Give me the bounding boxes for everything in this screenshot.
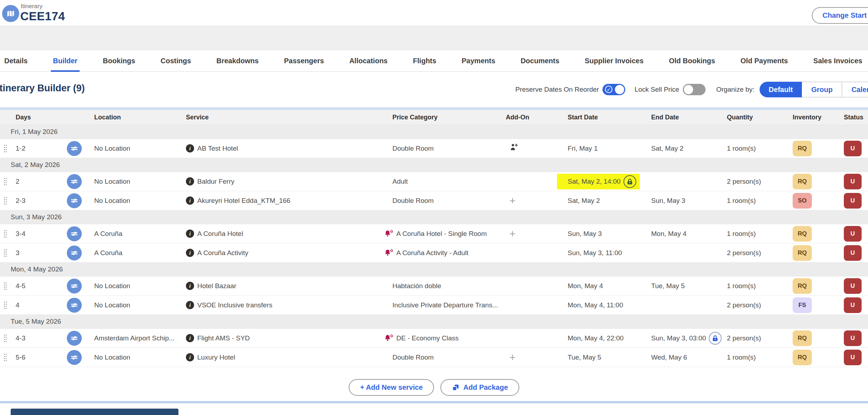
- inventory-badge[interactable]: RQ: [793, 245, 812, 261]
- row-drag-handle[interactable]: [0, 177, 11, 186]
- service-row[interactable]: 3A CoruñaiA Coruña ActivityA Coruña Acti…: [0, 243, 868, 263]
- add-addon-plus-icon[interactable]: +: [509, 228, 516, 239]
- tab-documents[interactable]: Documents: [521, 50, 559, 72]
- lock-sell-price-toggle[interactable]: [683, 84, 706, 95]
- organize-option-calendar[interactable]: Calendar: [842, 82, 868, 97]
- add-package-button[interactable]: Add Package: [440, 379, 519, 396]
- lock-icon[interactable]: [709, 332, 722, 345]
- status-badge[interactable]: U: [844, 226, 862, 242]
- info-icon[interactable]: i: [186, 230, 194, 238]
- service-row[interactable]: 4-3Amsterdam Airport Schip...iFlight AMS…: [0, 329, 868, 348]
- sliders-icon[interactable]: [67, 193, 82, 208]
- info-icon[interactable]: i: [186, 282, 194, 290]
- quantity-cell[interactable]: 2 person(s): [723, 249, 789, 257]
- quantity-cell[interactable]: 1 room(s): [723, 354, 789, 361]
- sliders-icon[interactable]: [67, 331, 82, 346]
- info-icon[interactable]: i: [186, 144, 194, 152]
- tab-builder[interactable]: Builder: [53, 50, 77, 72]
- sliders-icon[interactable]: [67, 350, 82, 365]
- service-row[interactable]: 1-2No LocationiAB Test HotelDouble RoomF…: [0, 139, 868, 158]
- start-date-cell[interactable]: Tue, May 5: [563, 354, 647, 361]
- row-drag-handle[interactable]: [0, 229, 11, 238]
- tab-passengers[interactable]: Passengers: [284, 50, 324, 72]
- end-date-cell[interactable]: Sun, May 3, 03:00: [647, 332, 723, 345]
- info-icon[interactable]: i: [186, 353, 194, 361]
- status-badge[interactable]: U: [844, 245, 862, 261]
- quantity-cell[interactable]: 1 room(s): [723, 197, 789, 205]
- row-drag-handle[interactable]: [0, 248, 11, 258]
- tab-flights[interactable]: Flights: [413, 50, 436, 72]
- inventory-badge[interactable]: RQ: [793, 330, 812, 346]
- preserve-dates-toggle[interactable]: ✓: [602, 84, 625, 95]
- quantity-cell[interactable]: 1 room(s): [723, 230, 789, 238]
- row-drag-handle[interactable]: [0, 281, 11, 291]
- change-start-date-button[interactable]: Change Start Date: [812, 7, 868, 24]
- start-date-cell[interactable]: Mon, May 4, 22:00: [563, 334, 647, 342]
- tab-allocations[interactable]: Allocations: [349, 50, 388, 72]
- end-date-cell[interactable]: Tue, May 5: [647, 282, 723, 290]
- tab-supplier-invoices[interactable]: Supplier Invoices: [585, 50, 644, 72]
- inventory-badge[interactable]: RQ: [793, 350, 812, 365]
- start-date-cell[interactable]: Sat, May 2: [563, 197, 647, 205]
- quantity-cell[interactable]: 2 person(s): [723, 178, 789, 185]
- add-addon-plus-icon[interactable]: +: [509, 195, 516, 206]
- status-badge[interactable]: U: [844, 193, 862, 209]
- tab-breakdowns[interactable]: Breakdowns: [216, 50, 259, 72]
- end-date-cell[interactable]: Wed, May 6: [647, 354, 723, 361]
- organize-option-group[interactable]: Group: [802, 82, 842, 97]
- info-icon[interactable]: i: [186, 177, 194, 185]
- quantity-cell[interactable]: 2 person(s): [723, 334, 789, 342]
- quantity-cell[interactable]: 1 room(s): [723, 145, 789, 152]
- tab-details[interactable]: Details: [4, 50, 28, 72]
- sliders-icon[interactable]: [67, 279, 82, 293]
- status-badge[interactable]: U: [844, 330, 862, 346]
- sliders-icon[interactable]: [67, 174, 82, 189]
- info-icon[interactable]: i: [186, 196, 194, 205]
- end-date-cell[interactable]: Mon, May 4: [647, 230, 723, 238]
- tab-payments[interactable]: Payments: [462, 50, 495, 72]
- start-date-cell[interactable]: Mon, May 4: [563, 282, 647, 290]
- service-row[interactable]: 2No LocationiBaldur FerryAdultSat, May 2…: [0, 172, 868, 191]
- sliders-icon[interactable]: [67, 141, 82, 156]
- status-badge[interactable]: U: [844, 174, 862, 189]
- status-badge[interactable]: U: [844, 297, 862, 313]
- service-row[interactable]: 4-5No LocationiHotel BazaarHabtación dob…: [0, 276, 868, 296]
- tab-bookings[interactable]: Bookings: [103, 50, 135, 72]
- info-icon[interactable]: i: [186, 249, 194, 257]
- row-drag-handle[interactable]: [0, 144, 11, 153]
- info-icon[interactable]: i: [186, 301, 194, 309]
- quantity-cell[interactable]: 2 person(s): [723, 301, 789, 309]
- inventory-badge[interactable]: RQ: [793, 174, 812, 189]
- inventory-badge[interactable]: RQ: [793, 141, 812, 156]
- info-icon[interactable]: i: [186, 334, 194, 342]
- lock-icon[interactable]: [623, 175, 636, 188]
- inventory-badge[interactable]: RQ: [793, 278, 812, 294]
- start-date-cell[interactable]: Mon, May 4, 11:00: [563, 301, 647, 309]
- start-date-cell[interactable]: Sun, May 3: [563, 230, 647, 238]
- tab-costings[interactable]: Costings: [161, 50, 191, 72]
- status-badge[interactable]: U: [844, 278, 862, 294]
- add-new-service-button[interactable]: + Add New service: [349, 379, 434, 396]
- service-row[interactable]: 2-3No LocationiAkureyri Hotel Edda_KTM_1…: [0, 191, 868, 210]
- service-row[interactable]: 5-6No LocationiLuxury HotelDouble Room+T…: [0, 348, 868, 367]
- tab-old-bookings[interactable]: Old Bookings: [669, 50, 715, 72]
- row-drag-handle[interactable]: [0, 353, 11, 362]
- row-drag-handle[interactable]: [0, 196, 11, 205]
- person-plus-icon[interactable]: [509, 143, 519, 154]
- quantity-cell[interactable]: 1 room(s): [723, 282, 789, 290]
- start-date-cell[interactable]: Fri, May 1: [563, 145, 647, 152]
- start-date-cell[interactable]: Sat, May 2, 14:00: [563, 174, 647, 189]
- end-date-cell[interactable]: Sat, May 2: [647, 145, 723, 152]
- inventory-badge[interactable]: SO: [793, 193, 812, 209]
- status-badge[interactable]: U: [844, 141, 862, 156]
- start-date-cell[interactable]: Sun, May 3, 11:00: [563, 249, 647, 257]
- tab-old-payments[interactable]: Old Payments: [740, 50, 788, 72]
- end-date-cell[interactable]: Sun, May 3: [647, 197, 723, 205]
- sliders-icon[interactable]: [67, 246, 82, 260]
- sliders-icon[interactable]: [67, 298, 82, 313]
- add-addon-plus-icon[interactable]: +: [509, 352, 516, 363]
- row-drag-handle[interactable]: [0, 301, 11, 310]
- tab-sales-invoices[interactable]: Sales Invoices: [813, 50, 862, 72]
- row-drag-handle[interactable]: [0, 334, 11, 343]
- service-row[interactable]: 4No LocationiVSOE Inclusive transfersInc…: [0, 296, 868, 315]
